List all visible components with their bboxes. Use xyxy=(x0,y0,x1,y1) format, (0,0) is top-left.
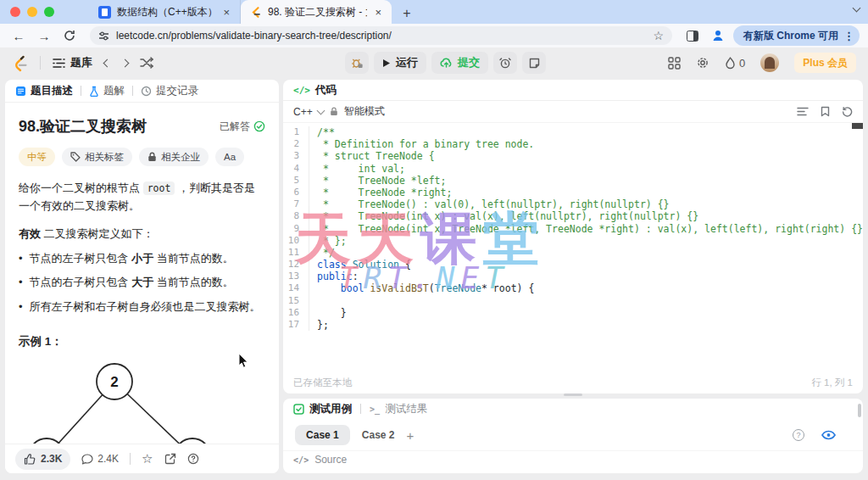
language-selector[interactable]: C++ xyxy=(293,106,324,118)
code-line[interactable]: 7 * TreeNode() : val(0), left(nullptr), … xyxy=(283,198,863,210)
editor-scrollbar[interactable] xyxy=(852,123,863,129)
line-number: 15 xyxy=(283,295,309,307)
chrome-update-button[interactable]: 有新版 Chrome 可用 ⋮ xyxy=(733,25,860,46)
browser-tab-feishu[interactable]: 数据结构（C++版本）- 飞书云 × xyxy=(90,0,241,24)
code-line[interactable]: 16 } xyxy=(283,307,863,319)
text-segment: 二叉搜索树定义如下： xyxy=(41,227,154,240)
source-toggle[interactable]: </> Source xyxy=(283,450,863,468)
like-button[interactable]: 2.3K xyxy=(15,449,70,470)
daily-streak[interactable]: 0 xyxy=(725,57,745,70)
code-line[interactable]: 15 xyxy=(283,295,863,307)
layout-grid-icon[interactable] xyxy=(668,57,681,70)
tab-description[interactable]: 题目描述 xyxy=(15,84,73,98)
plus-member-button[interactable]: Plus 会员 xyxy=(794,53,856,73)
difficulty-badge[interactable]: 中等 xyxy=(19,148,55,166)
format-icon[interactable] xyxy=(797,107,809,116)
chevron-down-icon[interactable] xyxy=(853,4,861,13)
avatar[interactable] xyxy=(760,53,779,72)
comments-button[interactable]: 2.4K xyxy=(81,453,119,465)
line-number: 16 xyxy=(283,307,309,319)
browser-tab-leetcode[interactable]: 98. 验证二叉搜索树 - 力扣（Le × xyxy=(241,0,392,24)
related-tags-button[interactable]: 相关标签 xyxy=(62,148,132,166)
close-window-button[interactable] xyxy=(10,7,20,17)
code-line[interactable]: 17}; xyxy=(283,319,863,331)
related-companies-button[interactable]: 相关企业 xyxy=(139,148,209,166)
list-item: •所有左子树和右子树自身必须也是二叉搜索树。 xyxy=(19,299,265,315)
random-problem-icon[interactable] xyxy=(140,57,153,69)
tab-label: 题解 xyxy=(103,84,125,98)
bookmark-icon[interactable] xyxy=(821,106,830,117)
help-icon[interactable]: ? xyxy=(793,429,804,441)
timer-button[interactable] xyxy=(493,52,517,74)
run-button[interactable]: 运行 xyxy=(374,52,426,74)
line-number: 8 xyxy=(283,210,309,222)
code-line[interactable]: 4 * int val; xyxy=(283,163,863,175)
eye-icon[interactable] xyxy=(821,430,836,440)
line-number: 1 xyxy=(283,126,309,138)
code-line[interactable]: 9 * TreeNode(int x, TreeNode *left, Tree… xyxy=(283,223,863,235)
code-line[interactable]: 3 * struct TreeNode { xyxy=(283,150,863,162)
flask-icon xyxy=(89,86,99,97)
forward-icon[interactable]: → xyxy=(34,25,54,46)
favorite-star-icon[interactable]: ☆ xyxy=(142,451,153,466)
feedback-icon[interactable] xyxy=(187,453,199,465)
debug-button[interactable] xyxy=(345,52,369,74)
profile-icon[interactable] xyxy=(708,25,728,46)
tab-solutions[interactable]: 题解 xyxy=(89,84,125,98)
code-line[interactable]: 5 * TreeNode *left; xyxy=(283,175,863,187)
code-text: class Solution { xyxy=(309,259,411,271)
url-field[interactable]: leetcode.cn/problems/validate-binary-sea… xyxy=(90,26,672,45)
reading-list-icon[interactable] xyxy=(682,25,703,46)
code-text: /** xyxy=(309,126,335,138)
tab-testcase[interactable]: 测试用例 xyxy=(293,402,352,416)
tab-testresult[interactable]: >_ 测试结果 xyxy=(370,402,427,416)
line-number: 12 xyxy=(283,259,309,271)
code-text: * struct TreeNode { xyxy=(309,150,434,162)
add-case-button[interactable]: + xyxy=(407,428,415,443)
smart-mode-label[interactable]: 智能模式 xyxy=(344,104,385,119)
next-problem-icon[interactable] xyxy=(121,59,130,67)
language-label: C++ xyxy=(293,106,313,118)
code-line[interactable]: 10 * }; xyxy=(283,235,863,247)
list-item: •节点的左子树只包含 小于 当前节点的数。 xyxy=(19,250,265,267)
gear-icon[interactable] xyxy=(696,56,709,70)
submit-button[interactable]: 提交 xyxy=(431,52,488,74)
leetcode-logo[interactable] xyxy=(12,54,28,72)
code-line[interactable]: 12class Solution { xyxy=(283,259,863,271)
code-line[interactable]: 11 */ xyxy=(283,247,863,259)
panel-resize-handle[interactable] xyxy=(564,393,582,396)
font-size-button[interactable]: Aa xyxy=(215,148,244,166)
code-line[interactable]: 14 bool isValidBST(TreeNode* root) { xyxy=(283,282,863,294)
code-text: * TreeNode() : val(0), left(nullptr), ri… xyxy=(309,198,669,210)
case-tab-2[interactable]: Case 2 xyxy=(362,429,395,441)
problem-content[interactable]: 98.验证二叉搜索树 已解答 中等 相关标签 相关企业 xyxy=(5,103,279,444)
code-line[interactable]: 2 * Definition for a binary tree node. xyxy=(283,138,863,150)
text-segment: 小于 xyxy=(131,252,153,265)
prev-problem-icon[interactable] xyxy=(103,59,112,67)
code-editor[interactable]: 1/**2 * Definition for a binary tree nod… xyxy=(283,123,863,375)
reset-icon[interactable] xyxy=(842,106,853,117)
problem-list-button[interactable]: 题库 xyxy=(53,55,92,70)
case-tab-1[interactable]: Case 1 xyxy=(295,425,350,445)
text-segment: 当前节点的数。 xyxy=(153,276,234,288)
streak-count: 0 xyxy=(739,57,745,70)
reload-icon[interactable] xyxy=(59,25,80,46)
back-icon[interactable]: ← xyxy=(8,25,29,46)
site-settings-icon[interactable] xyxy=(98,31,109,42)
notes-button[interactable] xyxy=(522,52,546,74)
code-line[interactable]: 1/** xyxy=(283,126,863,138)
code-line[interactable]: 13public: xyxy=(283,271,863,282)
code-line[interactable]: 6 * TreeNode *right; xyxy=(283,187,863,198)
tab-submissions[interactable]: 提交记录 xyxy=(141,84,198,98)
test-panel-scrollbar[interactable] xyxy=(858,404,861,417)
maximize-window-button[interactable] xyxy=(44,7,54,17)
close-icon[interactable]: × xyxy=(373,7,383,18)
menu-kebab-icon[interactable]: ⋮ xyxy=(843,30,854,42)
close-icon[interactable]: × xyxy=(221,7,231,18)
bookmark-star-icon[interactable]: ☆ xyxy=(653,29,664,42)
new-tab-button[interactable]: + xyxy=(397,3,417,24)
window-controls xyxy=(10,0,54,24)
code-line[interactable]: 8 * TreeNode(int x) : val(x), left(nullp… xyxy=(283,210,863,222)
share-icon[interactable] xyxy=(164,453,176,465)
minimize-window-button[interactable] xyxy=(27,7,37,17)
